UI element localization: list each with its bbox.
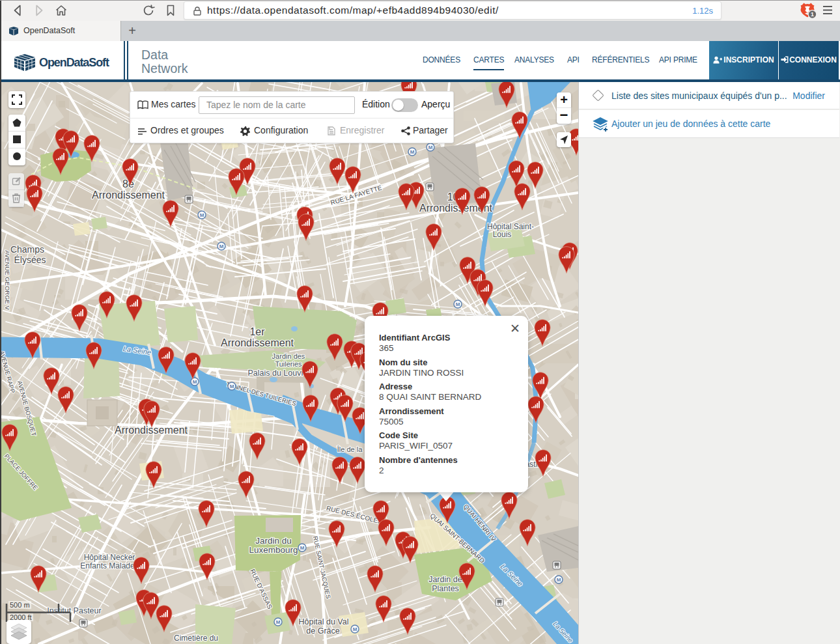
svg-text:M: M [428, 145, 433, 150]
svg-text:OpenDataSoft: OpenDataSoft [39, 56, 109, 69]
svg-text:M: M [219, 244, 224, 249]
svg-text:Jardin des: Jardin des [272, 352, 305, 360]
svg-text:Île de la: Île de la [337, 445, 363, 453]
svg-text:Louis: Louis [493, 230, 512, 239]
svg-text:M: M [410, 149, 415, 155]
svg-text:Hôpital du Val: Hôpital du Val [299, 617, 349, 626]
svg-text:1: 1 [811, 11, 814, 18]
svg-text:M: M [300, 545, 305, 551]
svg-text:Plantes: Plantes [432, 584, 459, 593]
svg-text:Jardin du: Jardin du [255, 536, 292, 546]
svg-text:M: M [557, 577, 561, 583]
svg-text:1er: 1er [249, 326, 265, 337]
svg-text:Enfants Malades: Enfants Malades [80, 561, 138, 570]
svg-text:Cimetière du: Cimetière du [174, 634, 218, 643]
svg-text:Champs: Champs [10, 244, 44, 255]
svg-text:M: M [276, 619, 281, 625]
svg-text:Arrondissement: Arrondissement [92, 189, 165, 201]
svg-text:Arrondissement: Arrondissement [221, 337, 294, 348]
svg-text:M: M [193, 379, 197, 385]
svg-text:Hôpital Necker: Hôpital Necker [84, 553, 135, 562]
svg-text:Luxembourg: Luxembourg [249, 545, 298, 555]
svg-text:AVENUE GEORGE V: AVENUE GEORGE V [4, 250, 11, 310]
svg-text:M: M [353, 626, 357, 632]
svg-text:M: M [230, 384, 234, 389]
svg-text:de Grâce: de Grâce [306, 626, 339, 636]
svg-text:M: M [200, 212, 204, 218]
svg-text:Palais du Louvre: Palais du Louvre [247, 369, 308, 378]
svg-text:Élysées: Élysées [14, 255, 46, 265]
svg-text:Tuileries: Tuileries [275, 360, 302, 368]
svg-text:M: M [456, 301, 460, 307]
